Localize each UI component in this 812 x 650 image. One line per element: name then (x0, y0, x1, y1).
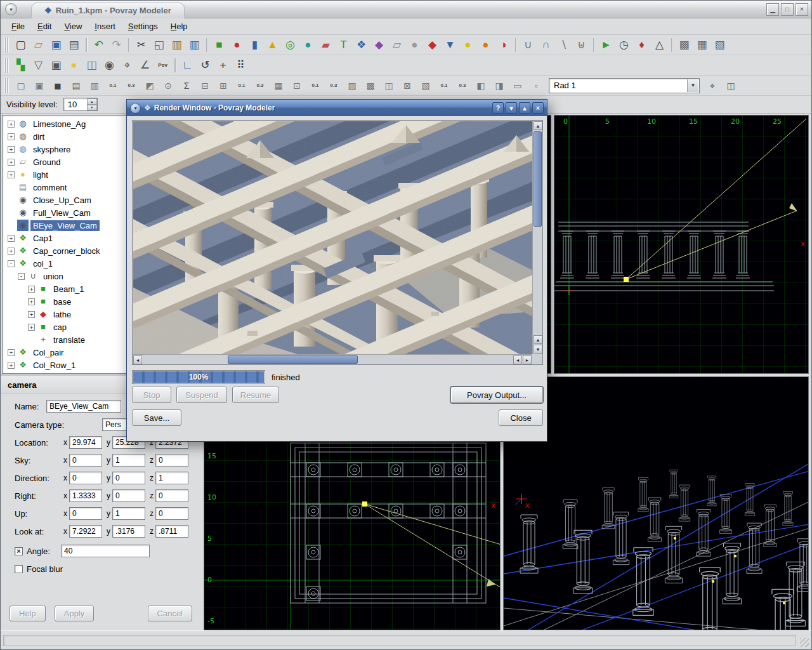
render-preview-icon[interactable]: ⌖ (704, 77, 721, 93)
csg-merge-icon[interactable]: ⊎ (573, 37, 590, 53)
focal-blur-checkbox[interactable] (15, 565, 23, 573)
spin-up-icon[interactable]: ▲ (87, 98, 97, 105)
vector-field-x[interactable]: 7.2922 (69, 525, 102, 538)
tree-expander-icon[interactable]: + (8, 146, 15, 153)
chevron-down-icon[interactable]: ▼ (687, 79, 698, 92)
horizontal-scroll-thumb[interactable] (228, 355, 358, 364)
csg-intersection-icon[interactable]: ∩ (537, 37, 554, 53)
tree-expander-icon[interactable]: + (8, 362, 15, 369)
tex-slot-icon[interactable]: ◼ (49, 77, 67, 93)
povray-output-button[interactable]: Povray Output... (450, 387, 543, 403)
blob-icon[interactable]: ● (299, 37, 317, 53)
pattern-icon[interactable]: ◫ (83, 57, 100, 74)
tex-slot-icon[interactable]: ⊟ (196, 77, 214, 93)
tex-slot-icon[interactable]: ⊠ (398, 77, 416, 93)
tex-slot-icon[interactable]: 0.3 (122, 77, 140, 93)
tex-slot-icon[interactable]: ▩ (362, 77, 379, 93)
front-viewport[interactable]: x 0510152025 (554, 115, 809, 374)
open-folder-icon[interactable]: ▱ (30, 37, 47, 53)
grid-snap-icon[interactable]: ⠿ (232, 57, 249, 74)
superellipsoid-icon[interactable]: ● (477, 37, 494, 53)
interior-icon[interactable]: ▦ (693, 37, 710, 53)
suspend-button[interactable]: Suspend (176, 387, 227, 403)
tex-slot-icon[interactable]: ▢ (12, 77, 30, 93)
save-icon[interactable]: ▣ (48, 37, 65, 53)
tex-slot-icon[interactable]: ▫ (527, 77, 545, 93)
angle-field[interactable]: 40 (61, 545, 150, 557)
isosurface-icon[interactable]: ❖ (353, 37, 370, 53)
texture-map-icon[interactable]: ▚ (12, 57, 29, 74)
visibility-spinner[interactable]: 10 ▲ ▼ (63, 98, 98, 111)
mesh-icon[interactable]: △ (651, 37, 668, 53)
split-view-icon[interactable]: ◫ (722, 77, 740, 93)
vertical-scroll-thumb[interactable] (534, 131, 542, 227)
tree-expander-icon[interactable]: + (8, 159, 15, 166)
tex-slot-icon[interactable]: 0.1 (435, 77, 453, 93)
angle-checkbox[interactable]: × (15, 547, 23, 555)
tex-slot-icon[interactable]: ⊙ (159, 77, 177, 93)
copy-icon[interactable]: ◱ (150, 37, 167, 53)
move-icon[interactable]: + (214, 57, 232, 74)
tree-expander-icon[interactable]: - (8, 260, 15, 267)
csg-icon[interactable]: ◑ (495, 37, 512, 53)
slope-icon[interactable]: ∠ (136, 57, 154, 74)
tex-slot-icon[interactable]: Σ (178, 77, 195, 93)
tex-slot-icon[interactable]: ◫ (380, 77, 398, 93)
tree-expander-icon[interactable]: + (8, 171, 15, 178)
tex-slot-icon[interactable]: 0.3 (454, 77, 471, 93)
tree-expander-icon[interactable]: + (28, 286, 35, 293)
tex-slot-icon[interactable]: ▣ (30, 77, 48, 93)
tree-expander-icon[interactable]: + (28, 324, 35, 331)
close-button[interactable]: × (796, 3, 808, 16)
tex-slot-icon[interactable]: ◨ (490, 77, 508, 93)
normal-icon[interactable]: ▣ (48, 57, 65, 74)
wireframe-viewport[interactable]: x (503, 376, 809, 630)
tree-expander-icon[interactable]: + (8, 121, 15, 128)
vector-field-z[interactable]: 0 (155, 507, 188, 520)
clock-icon[interactable]: ◷ (615, 37, 632, 53)
spin-down-icon[interactable]: ▼ (87, 105, 97, 111)
stop-button[interactable]: Stop (132, 387, 171, 403)
tex-slot-icon[interactable]: ◩ (141, 77, 159, 93)
tree-expander-icon[interactable]: + (28, 298, 35, 305)
vector-field-z[interactable]: 0 (155, 454, 188, 467)
polygon-icon[interactable]: ▼ (442, 37, 459, 53)
minimize-button[interactable]: ▁ (766, 3, 779, 16)
dialog-close-action-button[interactable]: Close (499, 409, 543, 426)
heightfield-icon[interactable]: ▰ (317, 37, 334, 53)
vector-field-z[interactable]: .8711 (155, 525, 188, 538)
menu-item-insert[interactable]: Insert (89, 20, 121, 33)
vector-field-y[interactable]: .3176 (112, 525, 145, 538)
vector-field-z[interactable]: 1 (155, 472, 188, 484)
tex-slot-icon[interactable]: ▥ (86, 77, 103, 93)
tree-expander-icon[interactable]: + (8, 248, 15, 255)
paste-alt-icon[interactable]: ▥ (186, 37, 203, 53)
rotate-icon[interactable]: ↺ (197, 57, 214, 74)
tree-expander-icon[interactable]: - (18, 273, 25, 280)
vector-field-y[interactable]: 0 (112, 472, 145, 484)
dialog-minimize-button[interactable]: ▾ (506, 102, 517, 114)
scroll-left-icon[interactable]: ◄ (133, 355, 142, 364)
julia-icon[interactable]: ◆ (370, 37, 388, 53)
csg-difference-icon[interactable]: ∖ (555, 37, 572, 53)
torus-icon[interactable]: ◎ (282, 37, 299, 53)
vector-field-x[interactable]: 29.974 (69, 436, 102, 449)
menu-item-file[interactable]: File (6, 20, 30, 33)
axes-icon[interactable]: ∟ (179, 57, 196, 74)
toolbar-handle[interactable] (4, 37, 9, 53)
dialog-help-button[interactable]: ? (492, 102, 504, 114)
resize-grip-icon[interactable] (800, 638, 809, 647)
scroll-right-icon[interactable]: ► (523, 355, 532, 364)
material-icon[interactable]: ♦ (633, 37, 650, 53)
redo-icon[interactable]: ↷ (108, 37, 125, 53)
resume-button[interactable]: Resume (232, 387, 279, 403)
pov-export-icon[interactable]: Pov (154, 57, 171, 74)
csg-union-icon[interactable]: ∪ (520, 37, 537, 53)
vector-field-y[interactable]: 0 (112, 489, 145, 502)
cylinder-icon[interactable]: ▮ (246, 37, 263, 53)
text-object-icon[interactable]: T (335, 37, 352, 53)
vector-field-x[interactable]: 0 (69, 454, 102, 467)
tex-slot-icon[interactable]: ▦ (270, 77, 287, 93)
vertical-scrollbar[interactable]: ▲ ▲ ▼ (532, 121, 542, 354)
menu-item-edit[interactable]: Edit (32, 20, 57, 33)
